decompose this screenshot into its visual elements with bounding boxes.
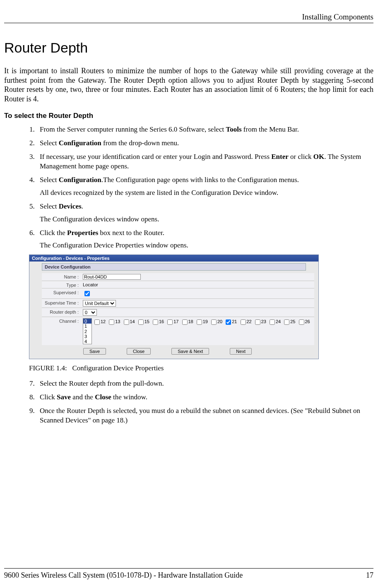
channel-14-checkbox[interactable] [124,319,129,325]
row-supervise-time: Supervise Time : Unit Default [42,299,314,308]
channel-25-checkbox[interactable] [284,319,289,325]
row-type: Type : Locator [42,281,314,288]
procedure-heading: To select the Router Depth [4,112,373,120]
step-1: From the Server computer running the Ser… [36,125,373,134]
value-type: Locator [81,282,314,288]
dialog-button-row: Save Close Save & Next Next [42,346,314,356]
step-7: Select the Router depth from the pull-do… [36,379,373,389]
label-router-depth: Router depth : [42,309,81,314]
channel-26-label: 26 [305,319,310,324]
step-5: Select Devices. The Configuration device… [36,202,373,224]
channel-25-label: 25 [290,319,295,324]
channel-18-checkbox[interactable] [182,319,188,325]
page-footer: 9600 Series Wireless Call System (0510-1… [4,565,373,580]
dialog-subtitle: Device Configuration [42,263,306,271]
channel-23-checkbox[interactable] [255,319,260,325]
procedure-list-cont: Select the Router depth from the pull-do… [4,379,373,425]
channel-18-label: 18 [188,319,193,324]
footer-page-number: 17 [366,571,373,580]
step-6: Click the Properties box next to the Rou… [36,228,373,251]
close-button[interactable]: Close [127,348,151,355]
dialog-body: Name : Type : Locator Supervised : Super… [29,272,318,358]
router-depth-dropdown-open[interactable]: 0 1 2 3 4 [83,318,92,344]
channel-13-label: 13 [115,319,120,324]
save-button[interactable]: Save [83,348,106,355]
channel-22-label: 22 [247,319,252,324]
name-input[interactable] [83,274,141,280]
channel-14-label: 14 [130,319,135,324]
next-button[interactable]: Next [230,348,252,355]
step-9: Once the Router Depth is selected, you m… [36,406,373,425]
router-depth-select-closed[interactable]: 0 [83,309,97,316]
row-name: Name : [42,273,314,281]
channel-20-label: 20 [217,319,222,324]
page-title: Router Depth [4,40,373,56]
channel-21-checkbox[interactable] [226,319,231,325]
figure-container: Configuration - Devices - Properties Dev… [29,254,373,359]
channel-22-checkbox[interactable] [241,319,246,325]
procedure-list: From the Server computer running the Ser… [4,125,373,250]
step-8: Click Save and the Close the window. [36,393,373,402]
channel-16-checkbox[interactable] [153,319,158,325]
save-next-button[interactable]: Save & Next [171,348,209,355]
row-supervised: Supervised : [42,289,314,299]
dialog-titlebar: Configuration - Devices - Properties [29,255,318,262]
channel-17-checkbox[interactable] [167,319,173,325]
channel-12-label: 12 [101,319,106,324]
channel-15-label: 15 [144,319,149,324]
intro-paragraph: It is important to install Routers to mi… [4,66,373,103]
header-rule [4,23,373,23]
label-type: Type : [42,282,81,288]
channel-16-label: 16 [159,319,164,324]
channel-19-label: 19 [203,319,208,324]
row-router-depth: Router depth : 0 [42,308,314,317]
label-supervised: Supervised : [42,289,81,295]
channel-24-checkbox[interactable] [270,319,275,325]
supervise-time-select[interactable]: Unit Default [83,300,116,307]
step-2: Select Configuration from the drop-down … [36,139,373,148]
figure-caption: FIGURE 1.4: Configuration Device Propert… [29,364,373,372]
dialog-window: Configuration - Devices - Properties Dev… [29,254,319,359]
channel-20-checkbox[interactable] [211,319,217,325]
channel-17-label: 17 [173,319,178,324]
footer-rule [4,568,373,569]
step-4: Select Configuration.The Configuration p… [36,175,373,198]
channel-15-checkbox[interactable] [138,319,144,325]
running-header: Installing Components [4,12,373,22]
channel-26-checkbox[interactable] [299,319,304,325]
row-channel: Channel : 0 1 2 3 4 12131415161718192021… [42,317,314,345]
channel-23-label: 23 [261,319,266,324]
supervised-checkbox[interactable] [84,291,90,296]
channel-24-label: 24 [276,319,281,324]
channel-13-checkbox[interactable] [109,319,114,325]
label-name: Name : [42,274,81,279]
label-supervise-time: Supervise Time : [42,300,81,305]
footer-doc-title: 9600 Series Wireless Call System (0510-1… [4,571,243,580]
label-channel: Channel : [42,318,81,324]
channel-19-checkbox[interactable] [197,319,202,325]
channel-21-label: 21 [232,319,237,324]
step-3: If necessary, use your identification ca… [36,152,373,171]
channel-12-checkbox[interactable] [94,319,100,325]
channel-checkbox-list: 121314151617181920212223242526 [94,318,310,325]
